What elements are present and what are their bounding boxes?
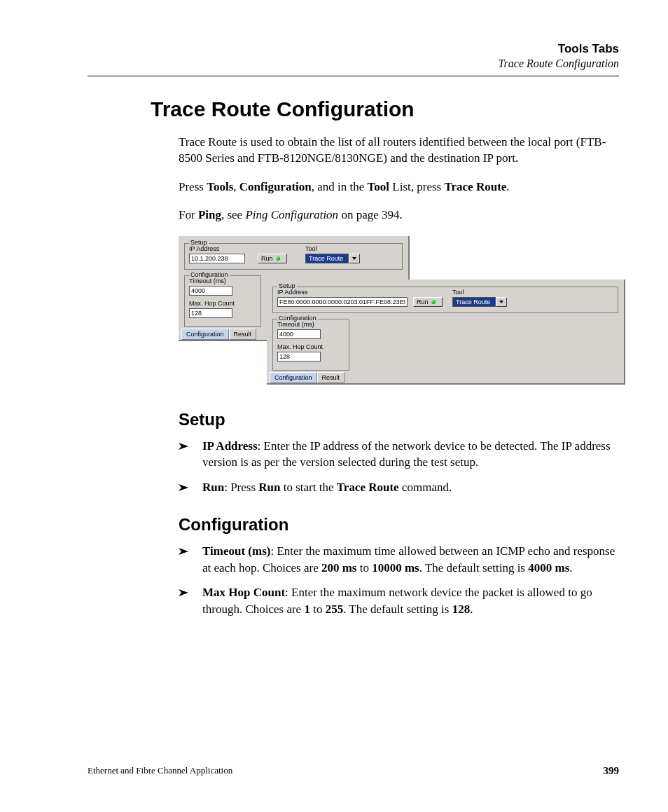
footer-app-name: Ethernet and Fibre Channel Application (88, 765, 232, 777)
bold: 10000 ms (372, 561, 419, 574)
ping-reference: For Ping, see Ping Configuration on page… (179, 207, 619, 223)
ip-address-input[interactable] (189, 254, 245, 263)
bold: Trace Route (444, 180, 506, 193)
text: . The default setting is (343, 603, 452, 616)
setup-ip-item: IP Address: Enter the IP address of the … (179, 438, 619, 471)
run-button[interactable]: Run (258, 254, 287, 263)
run-button-label: Run (261, 254, 273, 263)
tool-combo-value: Trace Route (452, 297, 496, 307)
bold: 255 (326, 603, 344, 616)
bold: Configuration (239, 180, 312, 193)
ip-address-label: IP Address (189, 245, 219, 252)
svg-marker-4 (179, 548, 188, 555)
text: . (569, 561, 572, 574)
text: . (470, 603, 473, 616)
bold: 128 (452, 603, 471, 616)
chevron-down-icon (496, 297, 507, 307)
max-hop-input[interactable] (189, 308, 232, 318)
text: Press (179, 180, 207, 193)
run-status-icon (431, 300, 436, 304)
bold: IP Address (202, 439, 258, 453)
bold: Trace Route (337, 481, 399, 494)
bold: Max Hop Count (202, 586, 285, 599)
config-timeout-item: Timeout (ms): Enter the maximum time all… (179, 543, 619, 576)
bold: 200 ms (321, 561, 357, 574)
page-title: Trace Route Configuration (151, 97, 619, 121)
text: For (179, 208, 198, 221)
bullet-arrow-icon (179, 479, 202, 495)
max-hop-label: Max. Hop Count (189, 300, 235, 307)
timeout-label: Timeout (ms) (277, 321, 314, 328)
intro-paragraph: Trace Route is used to obtain the list o… (179, 134, 619, 167)
max-hop-label: Max. Hop Count (277, 343, 323, 350)
run-status-icon (276, 256, 280, 261)
panel-ipv6: Setup IP Address Run Tool Trace Route Co… (267, 280, 625, 385)
text: . (506, 180, 509, 193)
tab-configuration[interactable]: Configuration (181, 329, 229, 340)
svg-marker-0 (352, 257, 356, 260)
bullet-arrow-icon (179, 543, 202, 576)
text: List, press (389, 180, 444, 193)
screenshots-illustration: Setup IP Address Run Tool Trace Route Co… (179, 236, 619, 390)
tool-label: Tool (452, 289, 464, 296)
bullet-arrow-icon (179, 584, 202, 617)
italic: Ping Configuration (245, 208, 338, 221)
bold: Timeout (ms) (202, 544, 270, 558)
svg-marker-1 (499, 301, 503, 303)
ip-address-label: IP Address (277, 289, 307, 296)
text: to (310, 603, 326, 616)
text: : Enter the IP address of the network de… (202, 439, 611, 469)
text: . The default setting is (419, 561, 529, 574)
text: , and in the (312, 180, 368, 193)
bold: Run (202, 481, 224, 494)
text: to start the (281, 481, 337, 494)
bold: Tools (207, 180, 233, 193)
configuration-heading: Configuration (179, 515, 619, 535)
text: , see (221, 208, 245, 221)
tab-result[interactable]: Result (229, 329, 257, 340)
header-rule (88, 76, 619, 76)
tab-result[interactable]: Result (317, 372, 345, 383)
ip-address-input[interactable] (277, 297, 408, 307)
timeout-label: Timeout (ms) (189, 277, 226, 284)
tab-configuration[interactable]: Configuration (270, 372, 317, 383)
svg-marker-3 (179, 484, 188, 491)
bullet-arrow-icon (179, 438, 202, 471)
header-subtitle: Trace Route Configuration (88, 57, 619, 70)
chevron-down-icon (349, 254, 360, 263)
tool-label: Tool (305, 245, 317, 252)
bold: 4000 ms (528, 561, 569, 574)
max-hop-input[interactable] (277, 352, 321, 362)
tool-combo-value: Trace Route (305, 254, 349, 263)
bold: 1 (304, 603, 310, 616)
press-instruction: Press Tools, Configuration, and in the T… (179, 179, 619, 195)
run-button[interactable]: Run (413, 297, 443, 307)
setup-run-item: Run: Press Run to start the Trace Route … (179, 479, 619, 495)
tool-combo[interactable]: Trace Route (305, 254, 360, 263)
svg-marker-2 (179, 443, 188, 450)
svg-marker-5 (179, 589, 188, 596)
text: : Press (224, 481, 258, 494)
text: to (356, 561, 372, 574)
timeout-input[interactable] (189, 286, 232, 296)
bold: Ping (198, 208, 221, 221)
bold: Run (258, 481, 280, 494)
tool-combo[interactable]: Trace Route (452, 297, 507, 307)
text: on page 394. (338, 208, 403, 221)
run-button-label: Run (417, 298, 429, 306)
text: , (233, 180, 239, 193)
header-title: Tools Tabs (88, 42, 619, 56)
page-number: 399 (604, 765, 620, 777)
bold: Tool (368, 180, 390, 193)
setup-heading: Setup (179, 410, 619, 429)
page-footer: Ethernet and Fibre Channel Application 3… (88, 765, 619, 777)
config-hop-item: Max Hop Count: Enter the maximum network… (179, 584, 619, 617)
text: command. (399, 481, 452, 494)
timeout-input[interactable] (277, 329, 321, 339)
